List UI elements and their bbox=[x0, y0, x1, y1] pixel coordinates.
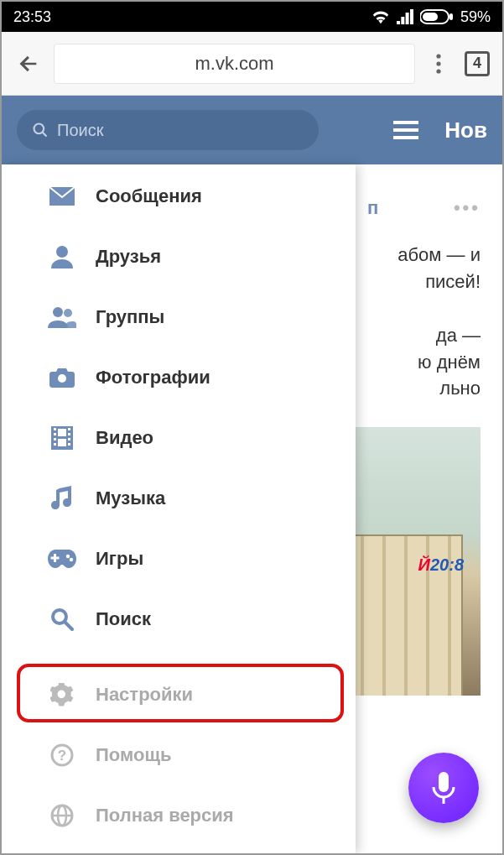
menu-item-logout[interactable]: Выход bbox=[2, 846, 356, 855]
svg-rect-20 bbox=[54, 443, 56, 446]
menu-item-music[interactable]: Музыка bbox=[2, 468, 356, 529]
microphone-icon bbox=[430, 770, 457, 805]
voice-assistant-fab[interactable] bbox=[408, 753, 479, 823]
svg-line-7 bbox=[43, 133, 47, 137]
svg-rect-28 bbox=[51, 557, 60, 560]
menu-label: Полная версия bbox=[96, 805, 234, 826]
vk-menu-button[interactable] bbox=[391, 115, 421, 145]
svg-point-13 bbox=[53, 307, 63, 317]
vk-header: Поиск Нов bbox=[2, 96, 502, 164]
menu-label: Сообщения bbox=[96, 185, 202, 207]
browser-toolbar: m.vk.com 4 bbox=[2, 32, 502, 96]
svg-point-4 bbox=[436, 61, 440, 65]
globe-icon bbox=[47, 800, 77, 831]
svg-text:?: ? bbox=[58, 748, 66, 764]
signal-icon bbox=[397, 9, 413, 24]
menu-label: Игры bbox=[96, 548, 143, 570]
browser-back-button[interactable] bbox=[12, 47, 45, 81]
menu-item-search[interactable]: Поиск bbox=[2, 589, 356, 649]
svg-point-6 bbox=[34, 124, 44, 134]
search-icon bbox=[47, 604, 77, 634]
svg-rect-2 bbox=[449, 13, 453, 20]
svg-rect-22 bbox=[68, 433, 70, 435]
svg-rect-8 bbox=[393, 121, 418, 124]
people-icon bbox=[47, 302, 77, 332]
battery-percent: 59% bbox=[460, 8, 491, 26]
menu-label: Видео bbox=[96, 427, 153, 449]
svg-point-14 bbox=[64, 309, 72, 317]
hamburger-icon bbox=[393, 121, 418, 139]
menu-item-full-version[interactable]: Полная версия bbox=[2, 785, 356, 846]
menu-label: Группы bbox=[96, 306, 164, 328]
svg-rect-10 bbox=[393, 136, 418, 139]
menu-label: Поиск bbox=[96, 608, 151, 630]
browser-more-button[interactable] bbox=[423, 49, 454, 79]
url-text: m.vk.com bbox=[195, 53, 273, 75]
gamepad-icon bbox=[47, 544, 77, 574]
wifi-icon bbox=[372, 9, 390, 24]
feed-post-more[interactable]: ••• bbox=[454, 195, 481, 222]
status-indicators: 59% bbox=[372, 8, 491, 26]
svg-line-32 bbox=[65, 622, 72, 629]
help-icon: ? bbox=[47, 740, 77, 770]
svg-rect-26 bbox=[58, 439, 66, 446]
music-icon bbox=[47, 483, 77, 514]
photo-overlay-text: Й20:8 bbox=[418, 553, 464, 577]
film-icon bbox=[47, 423, 77, 453]
browser-url-bar[interactable]: m.vk.com bbox=[54, 44, 415, 84]
menu-label: Фотографии bbox=[96, 367, 210, 388]
gear-icon bbox=[47, 680, 77, 710]
svg-point-29 bbox=[66, 555, 70, 558]
menu-item-photos[interactable]: Фотографии bbox=[2, 347, 356, 408]
tab-count: 4 bbox=[473, 55, 481, 72]
person-icon bbox=[47, 242, 77, 272]
svg-point-30 bbox=[70, 558, 73, 561]
feed-author-link[interactable]: п bbox=[367, 195, 378, 222]
svg-point-15 bbox=[58, 374, 66, 383]
menu-item-videos[interactable]: Видео bbox=[2, 408, 356, 468]
vk-header-title: Нов bbox=[444, 117, 487, 143]
svg-point-5 bbox=[436, 69, 440, 73]
svg-rect-18 bbox=[54, 433, 56, 435]
menu-label: Настройки bbox=[96, 684, 193, 706]
svg-point-12 bbox=[56, 246, 68, 258]
arrow-left-icon bbox=[17, 52, 40, 76]
menu-item-groups[interactable]: Группы bbox=[2, 287, 356, 347]
svg-rect-23 bbox=[68, 438, 70, 441]
svg-rect-9 bbox=[393, 128, 418, 132]
svg-rect-25 bbox=[58, 429, 66, 436]
camera-icon bbox=[47, 362, 77, 393]
browser-tabs-button[interactable]: 4 bbox=[462, 49, 492, 79]
menu-label: Музыка bbox=[96, 487, 165, 509]
svg-point-3 bbox=[436, 54, 440, 58]
svg-rect-38 bbox=[439, 772, 449, 792]
vk-search-input[interactable]: Поиск bbox=[17, 110, 319, 150]
menu-item-games[interactable]: Игры bbox=[2, 529, 356, 589]
svg-rect-17 bbox=[54, 428, 56, 430]
status-time: 23:53 bbox=[13, 8, 51, 26]
menu-item-settings[interactable]: Настройки bbox=[2, 665, 356, 725]
android-status-bar: 23:53 59% bbox=[2, 2, 502, 32]
svg-rect-19 bbox=[54, 438, 56, 441]
svg-rect-21 bbox=[68, 428, 70, 430]
menu-label: Друзья bbox=[96, 246, 161, 268]
more-vertical-icon bbox=[436, 54, 441, 74]
menu-item-friends[interactable]: Друзья bbox=[2, 227, 356, 287]
svg-rect-1 bbox=[423, 13, 438, 21]
sidebar-menu: Сообщения Друзья Группы Фотографии Видео… bbox=[2, 164, 356, 853]
mail-icon bbox=[47, 181, 77, 211]
svg-rect-24 bbox=[68, 443, 70, 446]
search-icon bbox=[32, 122, 49, 138]
search-placeholder: Поиск bbox=[57, 121, 103, 140]
menu-item-messages[interactable]: Сообщения bbox=[2, 166, 356, 227]
menu-label: Помощь bbox=[96, 744, 171, 766]
battery-icon bbox=[420, 9, 454, 24]
menu-item-help[interactable]: ? Помощь bbox=[2, 725, 356, 785]
